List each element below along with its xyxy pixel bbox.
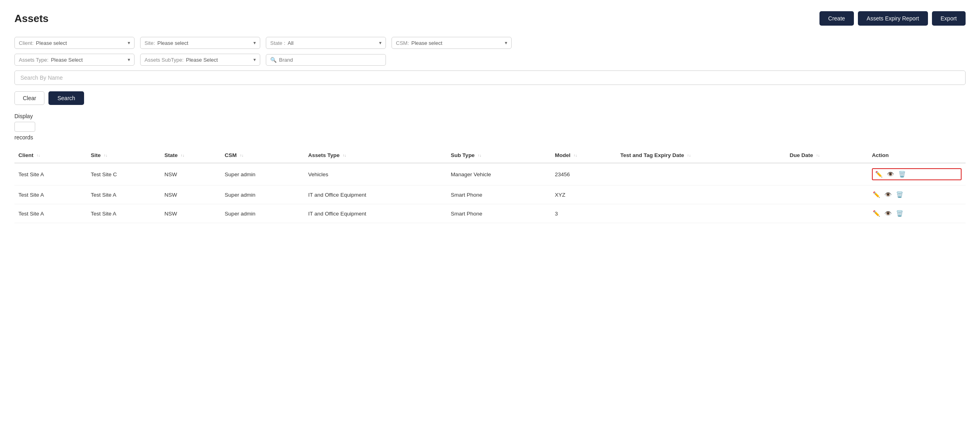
cell-test_tag_expiry [617,163,786,185]
cell-due_date [786,163,868,185]
display-records-label: records [14,134,33,141]
sort-icon-test-tag[interactable]: ↑↓ [687,154,691,157]
display-count-input[interactable]: 20 [14,122,35,132]
display-section: Display 20 records [14,113,966,141]
assets-subtype-label: Assets SubType: [145,57,184,63]
cell-state: NSW [161,185,221,204]
action-cell: ✏️👁️🗑️ [872,168,962,180]
page-header: Assets Create Assets Expiry Report Expor… [14,11,966,26]
header-buttons: Create Assets Expiry Report Export [819,11,966,26]
search-by-name-row [14,70,966,85]
col-assets-type: Assets Type ↑↓ [304,148,447,163]
filters-section: Client: Please select Site: Please selec… [14,37,966,105]
page-container: Assets Create Assets Expiry Report Expor… [0,0,980,439]
table-row: Test Site ATest Site ANSWSuper adminIT a… [14,204,966,223]
assets-type-select-wrapper: Please Select [51,56,130,63]
client-filter-group: Client: Please select [14,37,135,49]
table-header-row: Client ↑↓ Site ↑↓ State ↑↓ CSM ↑↓ [14,148,966,163]
edit-button[interactable]: ✏️ [872,209,881,218]
cell-site: Test Site A [87,185,161,204]
table-container: Client ↑↓ Site ↑↓ State ↑↓ CSM ↑↓ [14,148,966,223]
create-button[interactable]: Create [819,11,854,26]
filter-row-2: Assets Type: Please Select Assets SubTyp… [14,54,966,66]
assets-expiry-report-button[interactable]: Assets Expiry Report [858,11,928,26]
cell-csm: Super admin [221,163,304,185]
cell-client: Test Site A [14,204,87,223]
col-due-date: Due Date ↑↓ [786,148,868,163]
cell-action: ✏️👁️🗑️ [868,163,966,185]
cell-sub_type: Smart Phone [447,185,551,204]
table-row: Test Site ATest Site ANSWSuper adminIT a… [14,185,966,204]
delete-button[interactable]: 🗑️ [895,209,904,218]
col-csm: CSM ↑↓ [221,148,304,163]
cell-site: Test Site A [87,204,161,223]
cell-state: NSW [161,204,221,223]
site-select[interactable]: Please select [157,40,196,46]
brand-filter-group: 🔍 [266,54,386,66]
search-by-name-input[interactable] [14,70,966,85]
search-button[interactable]: Search [48,91,84,105]
view-button[interactable]: 👁️ [886,170,895,179]
col-action: Action [868,148,966,163]
csm-filter-group: CSM: Please select [392,37,512,49]
cell-sub_type: Manager Vehicle [447,163,551,185]
cell-action: ✏️👁️🗑️ [868,185,966,204]
cell-assets_type: IT and Office Equipment [304,185,447,204]
state-select[interactable]: All [288,40,301,46]
clear-button[interactable]: Clear [14,91,44,105]
view-button[interactable]: 👁️ [884,209,893,218]
csm-select[interactable]: Please select [412,40,450,46]
sort-icon-state[interactable]: ↑↓ [181,154,185,157]
cell-csm: Super admin [221,204,304,223]
cell-model: 23456 [551,163,616,185]
assets-type-select[interactable]: Please Select [51,57,90,63]
sort-icon-assets-type[interactable]: ↑↓ [343,154,346,157]
edit-button[interactable]: ✏️ [874,170,884,179]
sort-icon-sub-type[interactable]: ↑↓ [478,154,481,157]
state-select-wrapper: All [288,40,382,46]
col-test-tag-expiry: Test and Tag Expiry Date ↑↓ [617,148,786,163]
site-label: Site: [145,40,155,46]
cell-action: ✏️👁️🗑️ [868,204,966,223]
cell-test_tag_expiry [617,185,786,204]
site-filter-group: Site: Please select [140,37,260,49]
cell-client: Test Site A [14,163,87,185]
action-cell: ✏️👁️🗑️ [872,209,962,218]
delete-button[interactable]: 🗑️ [895,190,904,199]
cell-model: XYZ [551,185,616,204]
display-label: Display [14,113,33,119]
cell-sub_type: Smart Phone [447,204,551,223]
client-select-wrapper: Please select [36,40,130,46]
brand-input[interactable] [279,57,382,63]
sort-icon-csm[interactable]: ↑↓ [240,154,243,157]
cell-csm: Super admin [221,185,304,204]
csm-label: CSM: [396,40,409,46]
cell-model: 3 [551,204,616,223]
sort-icon-site[interactable]: ↑↓ [104,154,107,157]
state-label: State : [270,40,285,46]
state-filter-group: State : All [266,37,386,49]
sort-icon-model[interactable]: ↑↓ [574,154,577,157]
cell-site: Test Site C [87,163,161,185]
view-button[interactable]: 👁️ [884,190,893,199]
assets-subtype-select-wrapper: Please Select [186,56,256,63]
col-site: Site ↑↓ [87,148,161,163]
assets-subtype-select[interactable]: Please Select [186,57,225,63]
assets-type-label: Assets Type: [19,57,48,63]
cell-assets_type: IT and Office Equipment [304,204,447,223]
sort-icon-client[interactable]: ↑↓ [36,154,40,157]
delete-button[interactable]: 🗑️ [898,170,907,179]
action-buttons: Clear Search [14,91,966,105]
sort-icon-due-date[interactable]: ↑↓ [816,154,820,157]
cell-assets_type: Vehicles [304,163,447,185]
site-select-wrapper: Please select [157,40,256,46]
export-button[interactable]: Export [932,11,966,26]
edit-button[interactable]: ✏️ [872,190,881,199]
client-select[interactable]: Please select [36,40,74,46]
cell-test_tag_expiry [617,204,786,223]
cell-state: NSW [161,163,221,185]
col-client: Client ↑↓ [14,148,87,163]
col-model: Model ↑↓ [551,148,616,163]
cell-due_date [786,185,868,204]
filter-row-1: Client: Please select Site: Please selec… [14,37,966,49]
